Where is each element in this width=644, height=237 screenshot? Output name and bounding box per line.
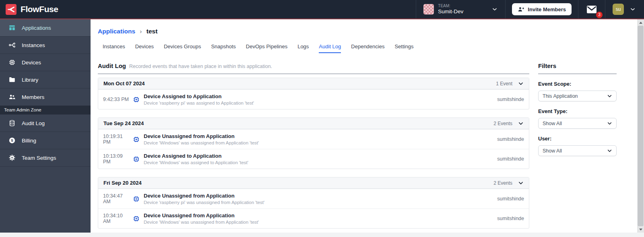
library-icon <box>8 76 16 83</box>
page-title: Audit Log <box>98 62 126 69</box>
event-time: 10:34:10 AM <box>103 213 130 224</box>
event-title: Device Unassigned from Application <box>144 133 497 139</box>
audit-group-header[interactable]: Fri Sep 20 2024 2 Events <box>98 177 529 189</box>
notifications-button[interactable]: 3 <box>585 4 599 15</box>
gear-icon <box>8 154 16 161</box>
invite-members-button[interactable]: Invite Members <box>512 3 572 15</box>
scroll-down-button[interactable] <box>637 226 644 233</box>
tab[interactable]: Snapshots <box>211 43 235 53</box>
page-subtitle: Recorded events that have taken place in… <box>129 64 272 69</box>
sidebar-item-library[interactable]: Library <box>0 71 91 89</box>
audit-event-row[interactable]: 10:34:10 AM Device Unassigned from Appli… <box>98 208 529 228</box>
group-date: Fri Sep 20 2024 <box>103 180 142 186</box>
audit-event-row[interactable]: 10:13:09 PM Device Assigned to Applicati… <box>98 149 529 169</box>
tab[interactable]: Dependencies <box>351 43 384 53</box>
mail-icon <box>586 5 597 14</box>
chevron-down-icon <box>607 121 612 126</box>
filters-title: Filters <box>538 62 617 69</box>
event-description: Device 'Windows' was unassigned from App… <box>144 140 497 145</box>
tab[interactable]: Devices <box>135 43 154 53</box>
audit-group: Tue Sep 24 2024 2 Events 10: <box>98 117 529 169</box>
breadcrumb: Applications › test <box>98 28 637 35</box>
sidebar-item-label: Team Settings <box>22 155 56 161</box>
tab[interactable]: Audit Log <box>319 43 341 53</box>
tab[interactable]: Devices Groups <box>164 43 201 53</box>
audit-event-row[interactable]: 9:42:33 PM Device Assigned to Applicatio… <box>98 89 529 109</box>
filter-field: Event Type: Show All <box>538 108 617 129</box>
event-title: Device Assigned to Application <box>144 93 497 99</box>
device-chip-icon <box>133 136 140 143</box>
sidebar-item-label: Members <box>22 94 44 100</box>
sidebar-item-devices[interactable]: Devices <box>0 54 91 71</box>
header-accent-line <box>0 19 644 19</box>
audit-log-icon <box>8 120 16 127</box>
audit-event-row[interactable]: 10:34:47 AM Device Unassigned from Appli… <box>98 189 529 208</box>
device-chip-icon <box>133 215 140 222</box>
horizontal-scrollbar[interactable] <box>0 233 644 237</box>
filter-field: Event Scope: This Application <box>538 81 617 101</box>
event-time: 10:13:09 PM <box>103 153 130 165</box>
top-header: FlowFuse TEAM: Sumit-Dev Invite Members … <box>0 0 644 19</box>
tab[interactable]: Instances <box>103 43 125 53</box>
avatar: su <box>613 4 624 15</box>
flowfuse-logo[interactable]: FlowFuse <box>0 4 58 15</box>
filter-label: User: <box>538 136 617 142</box>
chevron-down-icon <box>607 148 612 153</box>
sidebar-item-billing[interactable]: $ Billing <box>0 132 91 149</box>
breadcrumb-current: test <box>147 28 158 35</box>
svg-text:$: $ <box>11 138 13 142</box>
team-admin-zone-label: Team Admin Zone <box>0 106 91 115</box>
event-description: Device 'raspberry pi' was assigned to Ap… <box>144 101 497 105</box>
chip-icon <box>8 59 16 66</box>
team-switcher[interactable]: TEAM: Sumit-Dev <box>416 0 505 19</box>
scrollbar-thumb[interactable] <box>638 26 644 226</box>
logo-wordmark: FlowFuse <box>21 4 58 14</box>
filter-field: User: Show All <box>538 136 617 156</box>
filter-fields: Event Scope: This Application Event Type… <box>538 81 617 156</box>
vertical-scrollbar[interactable] <box>637 19 644 233</box>
scroll-up-button[interactable] <box>637 19 644 26</box>
team-name: Sumit-Dev <box>438 8 463 15</box>
triangle-up-icon <box>639 22 642 24</box>
sidebar-item-label: Applications <box>22 25 51 31</box>
sidebar-item-applications[interactable]: Applications <box>0 19 91 37</box>
sidebar-item-audit-log[interactable]: Audit Log <box>0 115 91 132</box>
sidebar-item-team-settings[interactable]: Team Settings <box>0 149 91 167</box>
filter-label: Event Scope: <box>538 81 617 87</box>
chevron-down-icon <box>630 6 636 12</box>
filters-panel: Filters Event Scope: This Application <box>538 62 617 237</box>
filter-select-value: Show All <box>543 148 562 154</box>
invite-members-label: Invite Members <box>528 6 566 12</box>
breadcrumb-separator: › <box>137 28 144 35</box>
event-user: sumitshinde <box>497 156 524 162</box>
event-time: 9:42:33 PM <box>103 97 130 102</box>
filter-select[interactable]: Show All <box>538 145 617 156</box>
device-chip-icon <box>133 96 140 103</box>
tab[interactable]: DevOps Pipelines <box>246 43 287 53</box>
user-menu[interactable]: su <box>605 0 644 19</box>
invite-members-segment: Invite Members <box>505 0 578 19</box>
tab[interactable]: Logs <box>297 43 309 53</box>
tab[interactable]: Settings <box>394 43 413 53</box>
event-time: 10:19:31 PM <box>103 134 130 145</box>
group-events: 9:42:33 PM Device Assigned to Applicatio… <box>98 89 529 109</box>
filters-divider <box>538 74 617 74</box>
device-chip-icon <box>133 156 140 163</box>
audit-group-header[interactable]: Tue Sep 24 2024 2 Events <box>98 118 529 129</box>
filter-select[interactable]: Show All <box>538 118 617 129</box>
breadcrumb-applications-link[interactable]: Applications <box>98 28 135 35</box>
group-date: Mon Oct 07 2024 <box>103 80 145 87</box>
section-divider <box>98 74 529 74</box>
chevron-down-icon <box>491 6 498 12</box>
chevron-down-icon <box>518 121 524 126</box>
event-description: Device 'Windows' was assigned to Applica… <box>144 160 497 165</box>
audit-event-row[interactable]: 10:19:31 PM Device Unassigned from Appli… <box>98 129 529 149</box>
sidebar-item-members[interactable]: Members <box>0 89 91 106</box>
sidebar-item-instances[interactable]: Instances <box>0 37 91 54</box>
filter-select[interactable]: This Application <box>538 91 617 101</box>
triangle-down-icon <box>639 229 642 231</box>
device-chip-icon <box>133 196 140 202</box>
sidebar-item-label: Audit Log <box>22 120 45 126</box>
group-event-count: 2 Events <box>493 121 512 126</box>
audit-group-header[interactable]: Mon Oct 07 2024 1 Event <box>98 78 529 89</box>
